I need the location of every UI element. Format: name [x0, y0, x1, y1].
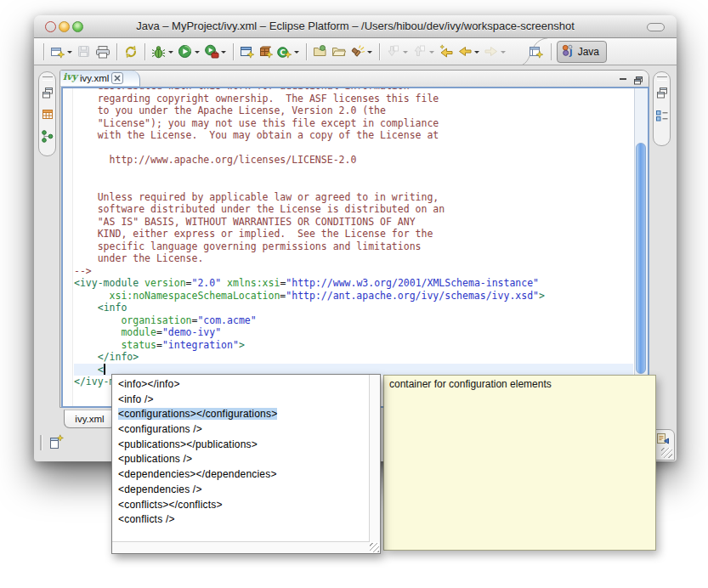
table-view-icon[interactable]	[41, 109, 54, 124]
content-assist-item[interactable]: <dependencies />	[112, 483, 370, 498]
close-tab-icon[interactable]	[111, 72, 123, 84]
editor-line[interactable]: regarding copyright ownership. The ASF l…	[74, 93, 633, 105]
editor-line[interactable]: status="integration">	[74, 339, 633, 352]
svg-text:C: C	[280, 48, 286, 56]
drag-handle[interactable]	[657, 76, 667, 81]
dropdown-arrow-icon[interactable]	[221, 51, 226, 54]
window-resize-grip[interactable]	[661, 448, 672, 458]
refresh-button[interactable]	[122, 43, 139, 60]
content-assist-item[interactable]: <publications />	[112, 452, 370, 467]
toolbar-toggle-pill[interactable]	[647, 23, 665, 31]
editor-line[interactable]	[74, 142, 633, 155]
editor-content[interactable]: distributed with this work for additiona…	[61, 87, 649, 408]
content-assist-item[interactable]: <info />	[112, 393, 370, 408]
new-class-icon: C	[277, 44, 292, 59]
zoom-window-button[interactable]	[72, 21, 83, 32]
drag-handle[interactable]	[42, 76, 53, 81]
editor-line[interactable]: organisation="com.acme"	[74, 314, 633, 327]
popup-resize-grip[interactable]	[370, 543, 379, 552]
content-assist-item[interactable]: <conflicts />	[112, 512, 370, 528]
debug-button[interactable]	[150, 43, 175, 60]
new-class-button[interactable]: C	[276, 43, 301, 60]
fast-view-shortcut-button[interactable]	[48, 433, 65, 454]
run-external-tools-button[interactable]	[203, 43, 228, 60]
dropdown-arrow-icon[interactable]	[429, 51, 434, 54]
print-button[interactable]	[94, 43, 111, 60]
new-java-project-button[interactable]	[239, 43, 256, 60]
editor-line[interactable]: </info>	[74, 351, 633, 364]
dropdown-arrow-icon[interactable]	[474, 51, 479, 54]
next-annotation-icon	[386, 44, 401, 59]
editor-line[interactable]: http://www.apache.org/licenses/LICENSE-2…	[74, 154, 633, 167]
editor-line[interactable]: "License"); you may not use this file ex…	[74, 117, 633, 130]
print-icon	[95, 44, 110, 59]
tree-view-icon[interactable]	[41, 130, 54, 146]
editor-page-tab-ivy-xml[interactable]: ivy.xml	[64, 410, 116, 428]
dropdown-arrow-icon[interactable]	[403, 51, 408, 54]
content-assist-item[interactable]: <publications></publications>	[112, 438, 370, 453]
dropdown-arrow-icon[interactable]	[294, 51, 299, 54]
editor-line[interactable]: under the License.	[74, 252, 633, 265]
annotation-ruler[interactable]	[63, 88, 73, 406]
forward-button[interactable]	[483, 43, 507, 60]
scrollbar-thumb[interactable]	[636, 143, 646, 374]
right-fast-view-bar	[653, 71, 671, 146]
popup-vertical-scrollbar[interactable]	[369, 375, 380, 542]
back-button[interactable]	[456, 43, 481, 60]
editor-vertical-scrollbar[interactable]	[634, 88, 648, 406]
last-edit-location-button[interactable]	[438, 43, 455, 60]
dropdown-arrow-icon[interactable]	[367, 51, 372, 54]
editor-line[interactable]: KIND, either express or implied. See the…	[74, 228, 633, 240]
dropdown-arrow-icon[interactable]	[67, 51, 72, 54]
restore-view-icon[interactable]	[655, 87, 669, 103]
forward-icon	[484, 44, 499, 59]
close-window-button[interactable]	[45, 21, 56, 32]
search-button[interactable]	[349, 43, 374, 60]
editor-line[interactable]: -->	[74, 265, 633, 278]
minimize-window-button[interactable]	[59, 21, 70, 32]
titlebar[interactable]: Java – MyProject/ivy.xml – Eclipse Platf…	[34, 15, 677, 38]
content-assist-item[interactable]: <configurations></configurations>	[112, 407, 370, 422]
dropdown-arrow-icon[interactable]	[168, 51, 173, 54]
editor-line[interactable]	[74, 178, 633, 191]
editor-line[interactable]: Unless required by applicable law or agr…	[74, 191, 633, 204]
editor-lines: distributed with this work for additiona…	[74, 87, 633, 388]
back-icon	[457, 44, 473, 59]
content-assist-item[interactable]: <info></info>	[112, 377, 370, 393]
content-assist-item[interactable]: <configurations />	[112, 422, 370, 438]
editor-tab-ivy-xml[interactable]: ivy ivy.xml	[60, 71, 140, 87]
editor-line[interactable]: software distributed under the License i…	[74, 203, 633, 216]
new-package-button[interactable]	[258, 43, 275, 60]
open-perspective-button[interactable]	[528, 43, 545, 60]
popup-horizontal-scrollbar[interactable]	[112, 541, 370, 553]
editor-line[interactable]	[74, 167, 633, 179]
outline-view-icon[interactable]	[655, 109, 669, 126]
save-button[interactable]	[76, 43, 93, 60]
content-assist-list: <info></info><info /><configurations></c…	[112, 375, 370, 542]
editor-line[interactable]: "AS IS" BASIS, WITHOUT WARRANTIES OR CON…	[74, 216, 633, 229]
toolbar-separator	[116, 43, 117, 60]
content-assist-item[interactable]: <conflicts></conflicts>	[112, 498, 370, 513]
java-perspective-button[interactable]: J Java	[557, 41, 607, 63]
new-wizard-button[interactable]	[49, 43, 74, 60]
previous-annotation-button[interactable]	[411, 43, 436, 60]
next-annotation-button[interactable]	[385, 43, 410, 60]
dropdown-arrow-icon[interactable]	[195, 51, 200, 54]
editor-line[interactable]: with the License. You may obtain a copy …	[74, 129, 633, 142]
restore-view-icon[interactable]	[41, 87, 54, 103]
editor-line[interactable]: xsi:noNamespaceSchemaLocation="http://an…	[74, 290, 633, 302]
new-wizard-icon	[50, 44, 65, 59]
run-button[interactable]	[177, 43, 201, 60]
editor-line[interactable]: module="demo-ivy"	[74, 326, 633, 339]
open-type-button[interactable]	[312, 43, 329, 60]
proposal-info-tooltip: container for configuration elements	[383, 375, 656, 551]
dropdown-arrow-icon[interactable]	[501, 51, 506, 54]
open-resource-button[interactable]	[331, 43, 348, 60]
content-assist-item[interactable]: <dependencies></dependencies>	[112, 467, 370, 483]
content-assist-popup: <info></info><info /><configurations></c…	[111, 374, 381, 554]
editor-line[interactable]: to you under the Apache License, Version…	[74, 105, 633, 117]
editor-line[interactable]: <ivy-module version="2.0" xmlns:xsi="htt…	[74, 277, 633, 290]
editor-line[interactable]: specific language governing permissions …	[74, 240, 633, 253]
editor-line[interactable]: <info	[74, 302, 633, 314]
text-caret	[104, 364, 105, 375]
